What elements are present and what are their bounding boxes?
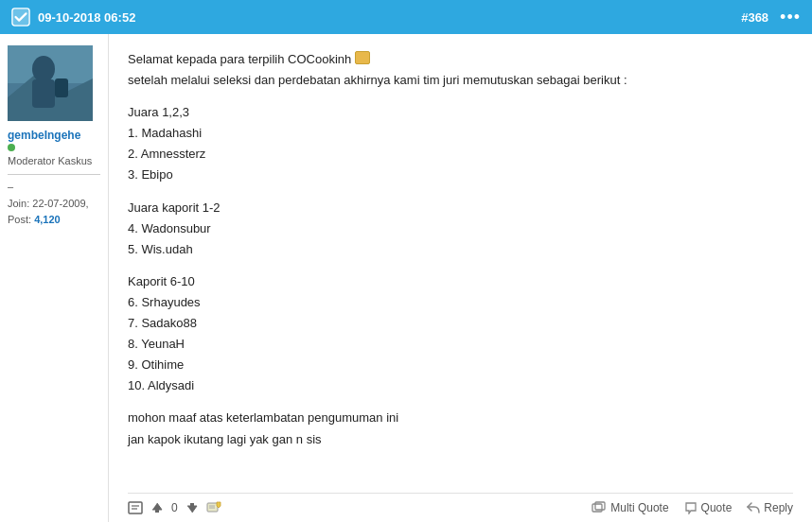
- winner8: 8. YeunaH: [128, 334, 793, 355]
- multi-quote-icon: [591, 501, 607, 514]
- post-content: Selamat kepada para terpilih COCookinh s…: [109, 34, 812, 522]
- top-bar: 09-10-2018 06:52 #368 •••: [0, 0, 812, 34]
- closing2: jan kapok ikutang lagi yak gan n sis: [128, 429, 793, 450]
- winner2: 2. Amnessterz: [128, 144, 793, 165]
- join-label: Join:: [8, 198, 29, 209]
- svg-rect-11: [190, 503, 194, 506]
- winner5: 5. Wis.udah: [128, 239, 793, 260]
- separator: [8, 174, 100, 175]
- online-indicator: [8, 144, 15, 151]
- closing-section: mohon maaf atas keterlambatan pengumuman…: [128, 408, 793, 449]
- post-body: Selamat kepada para terpilih COCookinh s…: [128, 49, 793, 450]
- section-kaporit12: Juara kaporit 1-2 4. Wadonsubur 5. Wis.u…: [128, 198, 793, 260]
- svg-marker-15: [217, 502, 221, 508]
- actions-right: Multi Quote Quote Reply: [591, 501, 793, 514]
- username[interactable]: gembeIngehe: [8, 129, 80, 142]
- quote-icon: [684, 501, 697, 514]
- join-date: 22-07-2009,: [32, 198, 88, 209]
- bookmark-icon: [128, 501, 143, 514]
- actions-left: 0: [128, 501, 221, 514]
- closing1: mohon maaf atas keterlambatan pengumuman…: [128, 408, 793, 428]
- upvote-icon: [150, 501, 164, 514]
- winner3: 3. Ebipo: [128, 165, 793, 185]
- quote-button[interactable]: Quote: [684, 501, 733, 514]
- multi-quote-button[interactable]: Multi Quote: [591, 501, 668, 514]
- post-count: 4,120: [34, 214, 61, 225]
- more-options-icon[interactable]: •••: [780, 8, 801, 27]
- post-container: gembeIngehe Moderator Kaskus – Join: 22-…: [0, 34, 812, 522]
- avatar: [8, 45, 93, 121]
- svg-rect-7: [129, 502, 142, 513]
- winner4: 4. Wadonsubur: [128, 218, 793, 239]
- reply-button[interactable]: Reply: [747, 501, 793, 514]
- svg-rect-6: [55, 78, 68, 97]
- post-line2: setelah melalui seleksi dan perdebatan a…: [128, 70, 793, 91]
- reply-icon: [747, 502, 760, 513]
- separator-label: –: [8, 181, 13, 192]
- emoji-icon: [355, 51, 370, 64]
- checkmark-icon: [11, 8, 30, 26]
- post-actions: 0: [128, 493, 793, 514]
- post-line1: Selamat kepada para terpilih COCookinh: [128, 49, 793, 70]
- edit-button[interactable]: [206, 501, 221, 514]
- upvote-button[interactable]: [150, 501, 164, 514]
- post-date: 09-10-2018 06:52: [38, 10, 135, 25]
- svg-point-4: [32, 56, 55, 82]
- user-sidebar: gembeIngehe Moderator Kaskus – Join: 22-…: [0, 34, 109, 522]
- bookmark-button[interactable]: [128, 501, 143, 514]
- section2-title: Juara kaporit 1-2: [128, 198, 793, 218]
- winner9: 9. Otihime: [128, 355, 793, 375]
- edit-icon: [206, 501, 221, 514]
- avatar-image: [8, 45, 93, 121]
- user-meta: – Join: 22-07-2009, Post: 4,120: [8, 179, 89, 229]
- top-bar-left: 09-10-2018 06:52: [11, 8, 135, 26]
- winner7: 7. Sadako88: [128, 313, 793, 334]
- user-role: Moderator Kaskus: [8, 155, 92, 166]
- section-kaporit610: Kaporit 6-10 6. Srhayudes 7. Sadako88 8.…: [128, 271, 793, 397]
- downvote-button[interactable]: [185, 501, 199, 514]
- section-winners: Juara 1,2,3 1. Madahashi 2. Amnessterz 3…: [128, 102, 793, 185]
- svg-rect-16: [592, 504, 602, 512]
- vote-count: 0: [171, 501, 178, 514]
- svg-rect-5: [32, 79, 55, 108]
- svg-rect-10: [155, 510, 159, 513]
- winner6: 6. Srhayudes: [128, 292, 793, 313]
- winner1: 1. Madahashi: [128, 123, 793, 144]
- section3-title: Kaporit 6-10: [128, 271, 793, 292]
- downvote-icon: [185, 501, 199, 514]
- post-label: Post:: [8, 214, 31, 225]
- post-number: #368: [741, 10, 768, 25]
- winner10: 10. Aldysadi: [128, 375, 793, 396]
- section1-title: Juara 1,2,3: [128, 102, 793, 123]
- top-bar-right: #368 •••: [741, 8, 801, 27]
- svg-rect-17: [595, 502, 605, 510]
